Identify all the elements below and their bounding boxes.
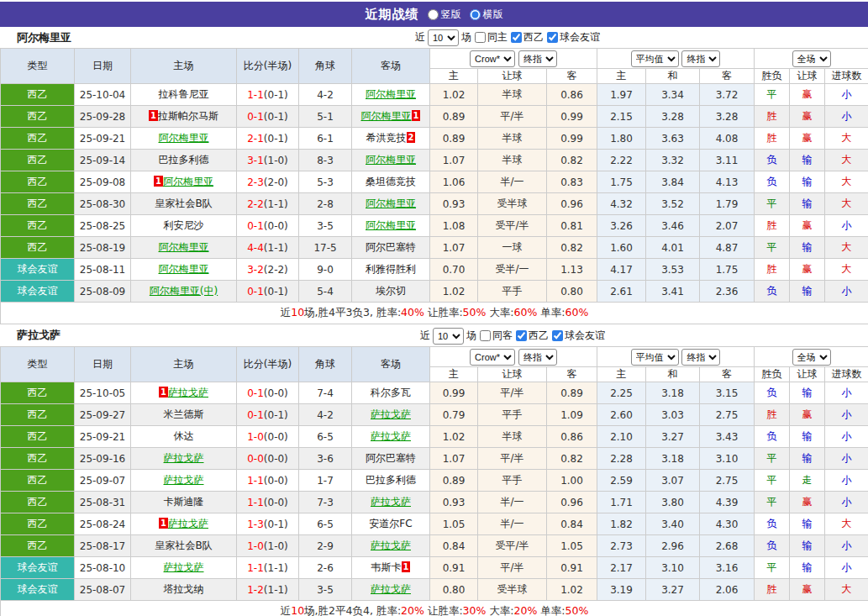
home-team-link[interactable]: 阿尔梅里亚	[159, 132, 209, 144]
away-team-link[interactable]: 阿尔梅里亚	[366, 197, 416, 209]
same-venue-filter[interactable]: 同客	[479, 329, 513, 343]
final-index-select-2[interactable]: 终指	[681, 50, 720, 67]
league-filter[interactable]: 西乙	[515, 329, 549, 343]
corner-score: 1-7	[299, 470, 352, 492]
handicap-guest-odds: 0.82	[547, 150, 597, 171]
handicap-result: 赢	[790, 106, 825, 128]
home-team-link[interactable]: 皇家社会B队	[155, 197, 212, 209]
away-team-link[interactable]: 萨拉戈萨	[371, 583, 411, 595]
home-team-link[interactable]: 萨拉戈萨	[164, 452, 204, 464]
europe-lose-odds: 3.43	[700, 426, 755, 448]
home-team-link[interactable]: 萨拉戈萨	[168, 518, 208, 529]
away-team-link[interactable]: 阿尔巴塞特	[366, 241, 416, 253]
match-count-select[interactable]: 10	[428, 29, 459, 46]
away-team-link[interactable]: 阿尔梅里亚	[366, 154, 416, 166]
away-team-link[interactable]: 希洪竞技	[366, 132, 407, 144]
handicap-result: 赢	[790, 215, 825, 237]
away-team-link[interactable]: 巴拉多利德	[366, 474, 416, 486]
away-team-link[interactable]: 安道尔FC	[369, 518, 412, 529]
average-select[interactable]: 平均值	[631, 50, 679, 67]
col-type: 类型	[1, 347, 75, 382]
home-team-link[interactable]: 阿尔梅里亚(中)	[150, 285, 218, 297]
corner-score: 17-5	[299, 237, 352, 259]
fulltime-select[interactable]: 全场	[792, 50, 831, 67]
sub-col-win: 主	[597, 69, 646, 84]
away-team-link[interactable]: 利雅得胜利	[366, 263, 416, 275]
league-filter[interactable]: 西乙	[510, 30, 544, 45]
away-team-link[interactable]: 桑坦德竞技	[366, 176, 416, 187]
corner-score: 5-4	[299, 281, 352, 303]
company-select[interactable]: Crow*	[470, 50, 515, 67]
same-venue-checkbox[interactable]	[480, 330, 491, 341]
away-team-link[interactable]: 阿尔巴塞特	[366, 452, 416, 464]
company-select[interactable]: Crow*	[470, 349, 515, 366]
same-venue-label: 同主	[487, 30, 508, 45]
league-checkbox[interactable]	[511, 32, 522, 43]
handicap-result: 输	[790, 513, 825, 535]
layout-radio-vertical[interactable]: 竖版	[428, 8, 461, 22]
europe-draw-odds: 3.53	[646, 259, 700, 281]
home-team-link[interactable]: 萨拉戈萨	[168, 387, 208, 398]
home-team-link[interactable]: 拉科鲁尼亚	[159, 88, 209, 100]
handicap-host-odds: 1.05	[430, 513, 478, 535]
away-team-link[interactable]: 萨拉戈萨	[371, 408, 411, 420]
same-venue-filter[interactable]: 同主	[474, 30, 508, 45]
away-team-link[interactable]: 韦斯卡	[371, 561, 402, 573]
home-team-link[interactable]: 巴拉多利德	[159, 154, 209, 166]
friendly-label: 球会友谊	[565, 329, 605, 343]
radio-horizontal-input[interactable]	[470, 9, 481, 20]
average-select[interactable]: 平均值	[631, 349, 679, 366]
away-cell: 阿尔梅里亚	[352, 150, 430, 171]
away-team-link[interactable]: 埃尔切	[376, 285, 406, 297]
sub-col-wdl: 胜负	[755, 367, 790, 382]
fulltime-score: 0-0	[247, 453, 264, 465]
wdl-result: 胜	[755, 106, 790, 128]
home-team-link[interactable]: 阿尔梅里亚	[163, 176, 213, 187]
away-cell: 安道尔FC	[352, 513, 430, 535]
home-team-link[interactable]: 塔拉戈纳	[164, 583, 204, 595]
result-group-header: 全场	[755, 49, 868, 69]
score-cell: 2-1(0-1)	[237, 128, 299, 150]
home-cell: 利安尼沙	[131, 215, 237, 237]
away-team-link[interactable]: 科尔多瓦	[371, 387, 411, 398]
home-team-link[interactable]: 萨拉戈萨	[164, 561, 204, 573]
final-index-select-2[interactable]: 终指	[681, 349, 720, 366]
same-venue-checkbox[interactable]	[475, 32, 486, 43]
handicap-host-odds: 0.80	[430, 579, 478, 601]
friendly-checkbox[interactable]	[552, 330, 563, 341]
radio-vertical-input[interactable]	[428, 9, 439, 20]
away-team-link[interactable]: 萨拉戈萨	[371, 430, 411, 442]
away-team-link[interactable]: 阿尔梅里亚	[366, 88, 416, 100]
friendly-filter[interactable]: 球会友谊	[551, 329, 605, 343]
summary-value: 30%	[463, 604, 487, 616]
home-team-link[interactable]: 萨拉戈萨	[164, 474, 204, 486]
home-team-link[interactable]: 利安尼沙	[164, 219, 204, 231]
league-checkbox[interactable]	[516, 330, 527, 341]
fulltime-select[interactable]: 全场	[792, 349, 831, 366]
away-team-link[interactable]: 萨拉戈萨	[371, 540, 411, 551]
final-index-select[interactable]: 终指	[518, 50, 557, 67]
europe-win-odds: 2.60	[597, 404, 646, 426]
home-team-link[interactable]: 阿尔梅里亚	[159, 241, 209, 253]
away-team-link[interactable]: 萨拉戈萨	[371, 496, 411, 508]
away-team-link[interactable]: 阿尔梅里亚	[361, 110, 412, 122]
home-team-link[interactable]: 阿尔梅里亚	[159, 263, 209, 275]
final-index-select[interactable]: 终指	[518, 349, 557, 366]
home-team-link[interactable]: 拉斯帕尔马斯	[158, 110, 218, 122]
home-team-link[interactable]: 米兰德斯	[164, 408, 204, 420]
layout-radio-horizontal[interactable]: 横版	[470, 8, 503, 22]
home-team-link[interactable]: 卡斯迪隆	[164, 496, 204, 508]
handicap-guest-odds: 0.89	[547, 382, 597, 404]
col-away: 客场	[352, 347, 430, 382]
wdl-result: 负	[755, 426, 790, 448]
friendly-checkbox[interactable]	[547, 32, 558, 43]
home-team-link[interactable]: 皇家社会B队	[155, 540, 212, 551]
match-count-select[interactable]: 10	[433, 328, 464, 345]
europe-lose-odds: 4.87	[700, 237, 755, 259]
fulltime-score: 0-1	[247, 387, 264, 399]
friendly-filter[interactable]: 球会友谊	[546, 30, 600, 45]
home-team-link[interactable]: 休达	[174, 430, 194, 442]
home-cell: 拉科鲁尼亚	[131, 84, 237, 106]
away-team-link[interactable]: 阿尔梅里亚	[366, 219, 416, 231]
halftime-score: (0-0)	[264, 497, 288, 508]
